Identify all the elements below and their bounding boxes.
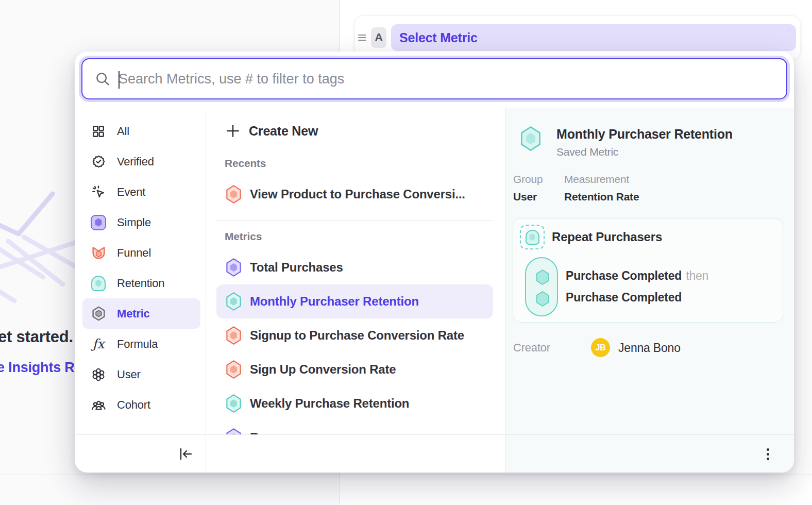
sidebar-item-metric[interactable]: Metric xyxy=(82,298,200,329)
drag-handle-icon[interactable] xyxy=(358,35,366,41)
metric-hex-icon-purple xyxy=(225,428,242,434)
recent-item[interactable]: View Product to Purchase Conversi... xyxy=(206,177,505,211)
insights-report-link[interactable]: e Insights Re xyxy=(0,360,75,376)
metric-item-sign-up-conversion[interactable]: Sign Up Conversion Rate xyxy=(206,352,505,386)
step-connector: then xyxy=(686,269,708,282)
footer-detail-cell xyxy=(506,435,794,473)
background-text-clip: et started. e Insights Re xyxy=(0,0,75,505)
detail-meta: Group User Measurement Retention Rate xyxy=(513,173,639,203)
metrics-header: Metrics xyxy=(206,229,505,244)
cursor-click-icon xyxy=(91,185,106,199)
measurement-label: Measurement xyxy=(564,173,639,186)
metric-detail-panel: Monthly Purchaser Retention Saved Metric… xyxy=(505,108,793,434)
sidebar-item-all[interactable]: All xyxy=(82,116,200,146)
formula-fx-icon: ƒx xyxy=(91,338,106,350)
definition-card: Repeat Purchasers Purchase Completedthen… xyxy=(513,218,783,323)
user-cluster-icon xyxy=(91,367,106,382)
sidebar-item-cohort[interactable]: Cohort xyxy=(82,390,200,420)
metric-hex-icon-coral xyxy=(225,360,242,379)
detail-title: Monthly Purchaser Retention xyxy=(556,126,733,142)
metric-hex-icon-coral xyxy=(225,185,242,204)
modal-footer xyxy=(75,434,794,473)
retention-definition-icon xyxy=(520,225,545,249)
sidebar-item-simple[interactable]: Simple xyxy=(82,207,200,238)
creator-row: Creator JB Jenna Bono xyxy=(513,338,781,358)
sidebar-item-user[interactable]: User xyxy=(82,359,200,390)
retention-icon xyxy=(91,276,106,291)
sidebar-item-event[interactable]: Event xyxy=(82,177,200,207)
creator-label: Creator xyxy=(513,341,550,355)
sidebar-item-verified[interactable]: Verified xyxy=(82,146,200,177)
search-input[interactable] xyxy=(119,59,786,98)
step-hex-icon xyxy=(535,270,550,285)
metric-hex-icon-purple xyxy=(225,258,242,277)
metric-selector-modal: All Verified Event Simple xyxy=(75,52,794,473)
metric-item-weekly-purchase-retention[interactable]: Weekly Purchase Retention xyxy=(206,386,505,420)
funnel-icon xyxy=(91,245,106,260)
more-options-icon[interactable] xyxy=(764,446,771,462)
search-icon xyxy=(95,71,110,87)
category-sidebar: All Verified Event Simple xyxy=(75,109,206,434)
metric-list: Create New Recents View Product to Purch… xyxy=(206,109,506,434)
step-2-event: Purchase Completed xyxy=(566,291,682,305)
recents-header: Recents xyxy=(206,156,505,171)
step-1-event: Purchase Completed xyxy=(566,269,682,282)
query-row-badge[interactable]: A xyxy=(371,27,386,48)
metric-hexagon-icon xyxy=(91,306,106,321)
footer-sidebar-cell xyxy=(75,435,206,473)
group-label: Group xyxy=(513,173,552,186)
create-new-button[interactable]: Create New xyxy=(206,114,505,147)
definition-name: Repeat Purchasers xyxy=(552,230,662,244)
step-hex-icon xyxy=(535,291,550,307)
list-divider xyxy=(215,220,493,221)
select-metric-button[interactable]: Select Metric xyxy=(391,24,796,51)
collapse-sidebar-icon[interactable] xyxy=(178,447,193,461)
creator-avatar: JB xyxy=(591,338,610,357)
metric-hex-icon-teal xyxy=(225,394,242,413)
sidebar-item-funnel[interactable]: Funnel xyxy=(82,238,200,268)
detail-header: Monthly Purchaser Retention Saved Metric xyxy=(519,126,733,158)
search-bar xyxy=(81,58,787,99)
page-divider-horizontal xyxy=(0,475,812,475)
metric-item-monthly-purchaser-retention[interactable]: Monthly Purchaser Retention xyxy=(216,284,493,318)
simple-metric-icon xyxy=(91,215,106,230)
metric-item-total-purchases[interactable]: Total Purchases xyxy=(206,250,505,284)
detail-subtitle: Saved Metric xyxy=(556,146,733,158)
get-started-heading: et started. xyxy=(0,328,73,346)
group-value: User xyxy=(513,191,552,203)
text-caret xyxy=(119,71,120,89)
sidebar-item-retention[interactable]: Retention xyxy=(82,268,200,298)
grid-icon xyxy=(91,125,106,138)
metric-hex-icon-teal xyxy=(225,292,242,311)
creator-name: Jenna Bono xyxy=(618,341,681,355)
measurement-value: Retention Rate xyxy=(564,191,639,203)
metric-item-revenue[interactable]: Revenue xyxy=(206,420,505,434)
steps-capsule xyxy=(525,257,558,316)
metric-item-signup-to-purchase[interactable]: Signup to Purchase Conversion Rate xyxy=(206,318,505,352)
sidebar-item-formula[interactable]: ƒx Formula xyxy=(82,329,200,359)
footer-list-cell xyxy=(206,435,506,473)
metric-hex-icon-coral xyxy=(225,326,242,345)
metric-hex-icon-teal-large xyxy=(519,126,542,151)
cohort-people-icon xyxy=(91,397,106,412)
plus-icon xyxy=(225,123,241,139)
verified-badge-icon xyxy=(91,155,106,169)
